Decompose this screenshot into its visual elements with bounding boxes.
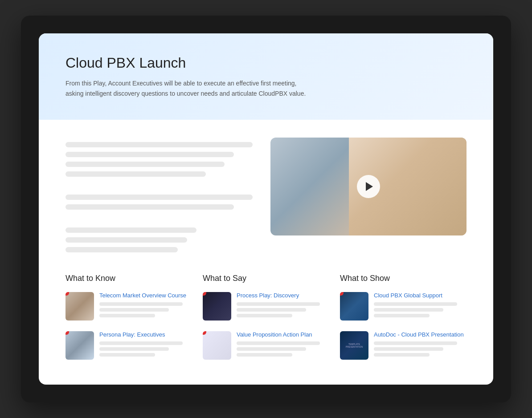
- say-skeleton-1c: [237, 314, 292, 317]
- say-skeleton-2b: [237, 347, 306, 351]
- skeleton-line-5: [65, 195, 253, 200]
- show-item-2: TEMPLATE PRESENTATION AutoDoc - Cloud PB…: [340, 331, 467, 360]
- show-item-1: Cloud PBX Global Support: [340, 292, 467, 321]
- header-banner: Cloud PBX Launch From this Play, Account…: [39, 33, 493, 120]
- show-section-title: What to Show: [340, 274, 467, 283]
- badge-dot-3: [203, 292, 206, 296]
- say-item-1: Process Play: Discovery: [203, 292, 329, 321]
- play-button[interactable]: [357, 175, 380, 198]
- video-column: [270, 138, 467, 235]
- skeleton-line-4: [65, 171, 206, 177]
- know-section-title: What to Know: [65, 274, 192, 283]
- show-skeleton-1b: [374, 308, 443, 312]
- show-skeleton-2c: [374, 353, 430, 357]
- say-section-title: What to Say: [203, 274, 329, 283]
- middle-section: [39, 120, 493, 252]
- show-skeleton-2a: [374, 341, 457, 345]
- skeleton-content: [65, 138, 253, 252]
- show-skeleton-1a: [374, 302, 457, 306]
- say-skeleton-1a: [237, 302, 320, 306]
- know-skeleton-1a: [99, 302, 183, 306]
- show-skeleton-2b: [374, 347, 443, 351]
- badge-dot-2: [65, 331, 69, 335]
- what-to-show-section: What to Show Cloud PBX Global Support: [340, 274, 467, 370]
- say-item-2-title[interactable]: Value Proposition Action Plan: [237, 331, 329, 339]
- show-info-1: Cloud PBX Global Support: [374, 292, 467, 320]
- say-info-1: Process Play: Discovery: [237, 292, 329, 320]
- badge-dot-5: [340, 292, 344, 296]
- know-thumb-2: [65, 331, 94, 360]
- know-skeleton-1c: [99, 314, 155, 317]
- badge-dot-4: [203, 331, 206, 335]
- say-info-2: Value Proposition Action Plan: [237, 331, 329, 359]
- know-info-1: Telecom Market Overview Course: [99, 292, 192, 320]
- skeleton-spacer: [65, 181, 253, 190]
- show-item-1-title[interactable]: Cloud PBX Global Support: [374, 292, 467, 300]
- say-skeleton-2c: [237, 353, 292, 357]
- skeleton-spacer-2: [65, 214, 253, 223]
- skeleton-line-7: [65, 227, 196, 233]
- say-skeleton-1b: [237, 308, 306, 312]
- know-thumb-1: [65, 292, 94, 321]
- what-to-know-section: What to Know Telecom Market Overview Cou…: [65, 274, 203, 370]
- skeleton-line-9: [65, 247, 178, 252]
- know-skeleton-2a: [99, 341, 183, 345]
- page-description: From this Play, Account Executives will …: [65, 78, 315, 98]
- know-item-2: Persona Play: Executives: [65, 331, 192, 360]
- main-card: Cloud PBX Launch From this Play, Account…: [39, 33, 493, 385]
- thumb-text: TEMPLATE PRESENTATION: [342, 343, 367, 348]
- page-title: Cloud PBX Launch: [65, 55, 467, 71]
- video-thumbnail[interactable]: [270, 138, 467, 235]
- device-frame: Cloud PBX Launch From this Play, Account…: [21, 16, 511, 402]
- say-thumb-1: [203, 292, 231, 321]
- skeleton-line-2: [65, 152, 234, 157]
- skeleton-line-3: [65, 162, 225, 167]
- show-item-2-title[interactable]: AutoDoc - Cloud PBX Presentation: [374, 331, 467, 339]
- know-item-1-title[interactable]: Telecom Market Overview Course: [99, 292, 192, 300]
- say-skeleton-2a: [237, 341, 320, 345]
- show-thumb-1: [340, 292, 368, 321]
- know-skeleton-2c: [99, 353, 155, 357]
- show-skeleton-1c: [374, 314, 430, 317]
- know-skeleton-1b: [99, 308, 169, 312]
- know-info-2: Persona Play: Executives: [99, 331, 192, 359]
- show-thumb-2: TEMPLATE PRESENTATION: [340, 331, 368, 360]
- know-item-1: Telecom Market Overview Course: [65, 292, 192, 321]
- know-skeleton-2b: [99, 347, 169, 351]
- badge-dot-1: [65, 292, 69, 296]
- skeleton-line-8: [65, 237, 187, 243]
- say-item-2: Value Proposition Action Plan: [203, 331, 329, 360]
- say-thumb-2: [203, 331, 231, 360]
- what-to-say-section: What to Say Process Play: Discovery: [203, 274, 340, 370]
- show-info-2: AutoDoc - Cloud PBX Presentation: [374, 331, 467, 359]
- skeleton-line-1: [65, 142, 253, 147]
- sections-row: What to Know Telecom Market Overview Cou…: [39, 252, 493, 370]
- say-item-1-title[interactable]: Process Play: Discovery: [237, 292, 329, 300]
- know-item-2-title[interactable]: Persona Play: Executives: [99, 331, 192, 339]
- skeleton-line-6: [65, 204, 234, 210]
